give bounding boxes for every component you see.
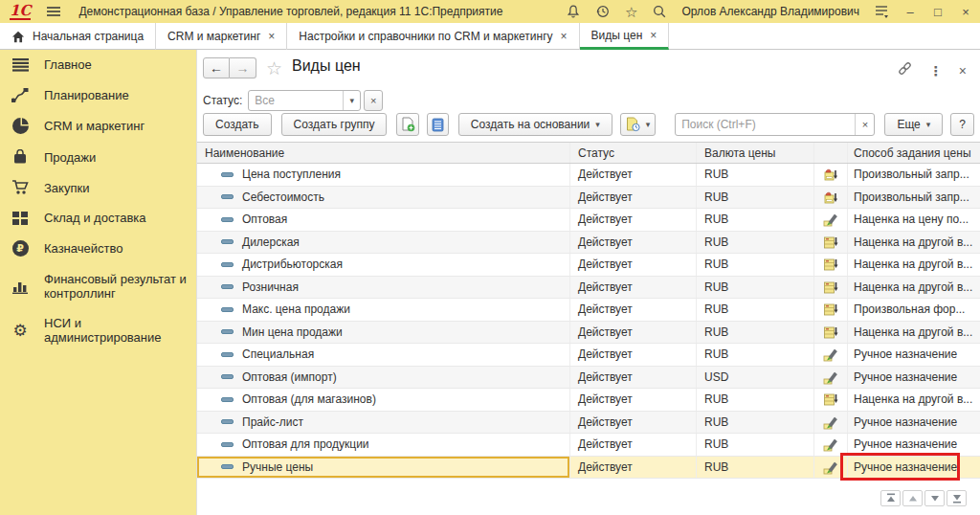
tab-label: Начальная страница	[33, 30, 144, 43]
table-row[interactable]: Прайс-лист Действует RUB Ручное назначен…	[197, 412, 980, 435]
item-bullet-icon	[221, 284, 234, 289]
column-header-name[interactable]: Наименование	[197, 143, 569, 163]
table-row[interactable]: Розничная Действует RUB Наценка на друго…	[197, 277, 980, 300]
more-menu-icon[interactable]: ⋮	[929, 63, 943, 78]
table-row[interactable]: Макс. цена продажи Действует RUB Произво…	[197, 299, 980, 322]
item-bullet-icon	[221, 397, 234, 402]
table-row[interactable]: Цена поступления Действует RUB Произволь…	[197, 164, 980, 187]
back-button[interactable]: ←	[203, 57, 230, 78]
bar-chart-icon	[10, 280, 31, 294]
pencil-method-icon	[823, 212, 838, 227]
scroll-first-button[interactable]	[880, 490, 901, 506]
favorites-star-icon[interactable]: ☆	[625, 5, 637, 19]
price-type-name: Цена поступления	[242, 168, 341, 181]
tab-label: Настройки и справочники по CRM и маркети…	[299, 30, 552, 43]
sidebar-item-treasury[interactable]: ₽ Казначейство	[0, 233, 196, 264]
gear-icon: ⚙	[10, 323, 31, 339]
help-button[interactable]: ?	[950, 113, 974, 136]
sidebar-item-warehouse[interactable]: Склад и доставка	[0, 203, 196, 233]
column-header-status[interactable]: Статус	[569, 143, 696, 163]
main-menu-icon[interactable]	[46, 6, 61, 17]
notifications-bell-icon[interactable]	[566, 4, 581, 19]
pencil-method-icon	[823, 459, 838, 475]
global-search-icon[interactable]	[652, 4, 667, 19]
table-row[interactable]: Мин цена продажи Действует RUB Наценка н…	[197, 322, 980, 345]
sidebar-item-main[interactable]: Главное	[0, 50, 196, 79]
sidebar-item-finance[interactable]: Финансовый результат и контроллинг	[0, 264, 196, 308]
chevron-down-icon: ▾	[926, 120, 931, 129]
create-group-button[interactable]: Создать группу	[281, 113, 388, 136]
method-icon-cell	[813, 434, 847, 456]
sidebar-item-planning[interactable]: Планирование	[0, 79, 196, 110]
tab-price-types[interactable]: Виды цен ×	[580, 23, 670, 50]
sidebar-item-crm[interactable]: CRM и маркетинг	[0, 110, 196, 142]
tab-close-icon[interactable]: ×	[561, 32, 568, 41]
add-favorite-star-icon[interactable]: ☆	[266, 57, 282, 79]
forward-button[interactable]: →	[230, 57, 256, 78]
currency-cell: USD	[696, 367, 813, 389]
search-clear-icon[interactable]: ×	[855, 114, 874, 135]
chevron-down-icon[interactable]: ▾	[343, 91, 360, 110]
status-cell: Действует	[569, 367, 696, 389]
tab-label: CRM и маркетинг	[167, 30, 260, 43]
scroll-last-button[interactable]	[947, 490, 967, 506]
create-based-on-button[interactable]: Создать на основании ▾	[458, 113, 612, 136]
copy-item-button[interactable]	[396, 113, 418, 136]
ruble-circle-icon: ₽	[10, 240, 31, 257]
column-header-currency[interactable]: Валюта цены	[696, 143, 813, 163]
get-link-icon[interactable]	[897, 60, 913, 80]
sidebar-item-purchases[interactable]: Закупки	[0, 172, 196, 203]
status-cell: Действует	[569, 389, 696, 411]
table-row[interactable]: Дилерская Действует RUB Наценка на друго…	[197, 232, 980, 255]
list-settings-button[interactable]	[427, 113, 449, 136]
table-row[interactable]: Оптовая Действует RUB Наценка на цену по…	[197, 209, 980, 232]
table-row[interactable]: Ручные цены Действует RUB Ручное назначе…	[197, 457, 980, 480]
table-method-icon	[823, 280, 838, 295]
tab-close-icon[interactable]: ×	[650, 31, 657, 40]
item-bullet-icon	[221, 262, 234, 267]
more-button[interactable]: Еще ▾	[884, 113, 943, 136]
table-row[interactable]: Специальная Действует RUB Ручное назначе…	[197, 344, 980, 367]
close-window-button[interactable]: ×	[959, 5, 972, 19]
history-icon[interactable]	[595, 4, 611, 19]
status-cell: Действует	[569, 187, 696, 209]
pencil-method-icon	[823, 414, 838, 430]
minimize-button[interactable]: –	[903, 5, 917, 19]
column-header-icon[interactable]	[813, 143, 847, 163]
currency-cell: RUB	[696, 434, 813, 456]
scroll-down-button[interactable]	[924, 490, 945, 506]
sidebar-item-sales[interactable]: Продажи	[0, 142, 196, 172]
item-bullet-icon	[221, 307, 234, 312]
table-row[interactable]: Оптовая (для магазинов) Действует RUB На…	[197, 389, 980, 412]
status-filter-clear-button[interactable]: ×	[364, 90, 383, 111]
status-filter-combobox[interactable]: Все ▾	[248, 90, 361, 111]
scroll-up-button[interactable]	[902, 490, 923, 506]
item-bullet-icon	[221, 239, 234, 244]
table-row[interactable]: Себестоимость Действует RUB Произвольный…	[197, 187, 980, 210]
currency-cell: RUB	[696, 187, 813, 209]
method-icon-cell	[813, 412, 847, 434]
close-form-icon[interactable]: ×	[959, 63, 967, 78]
tab-close-icon[interactable]: ×	[268, 32, 275, 41]
status-cell: Действует	[569, 277, 696, 299]
maximize-button[interactable]: □	[931, 5, 945, 19]
tab-home[interactable]: Начальная страница	[0, 23, 156, 50]
route-flag-icon	[10, 87, 31, 102]
price-type-name: Оптовая для продукции	[242, 437, 369, 451]
sidebar-item-admin[interactable]: ⚙ НСИ и администрирование	[0, 308, 196, 352]
tab-crm-settings[interactable]: Настройки и справочники по CRM и маркети…	[287, 23, 579, 50]
column-header-method[interactable]: Способ задания цены	[847, 143, 980, 163]
table-row[interactable]: Оптовая (импорт) Действует USD Ручное на…	[197, 367, 980, 390]
search-input[interactable]	[676, 118, 855, 131]
currency-cell: RUB	[696, 164, 813, 186]
table-row[interactable]: Дистрибьюторская Действует RUB Наценка н…	[197, 254, 980, 277]
create-button[interactable]: Создать	[203, 113, 272, 136]
status-filter-row: Статус: Все ▾ ×	[203, 90, 383, 111]
history-report-button[interactable]: ▾	[620, 113, 656, 136]
service-menu-icon[interactable]	[874, 4, 889, 19]
status-cell: Действует	[569, 254, 696, 276]
table-row[interactable]: Оптовая для продукции Действует RUB Ручн…	[197, 434, 980, 457]
status-cell: Действует	[569, 344, 696, 366]
chevron-down-icon: ▾	[646, 120, 651, 129]
tab-crm-marketing[interactable]: CRM и маркетинг ×	[156, 23, 287, 50]
